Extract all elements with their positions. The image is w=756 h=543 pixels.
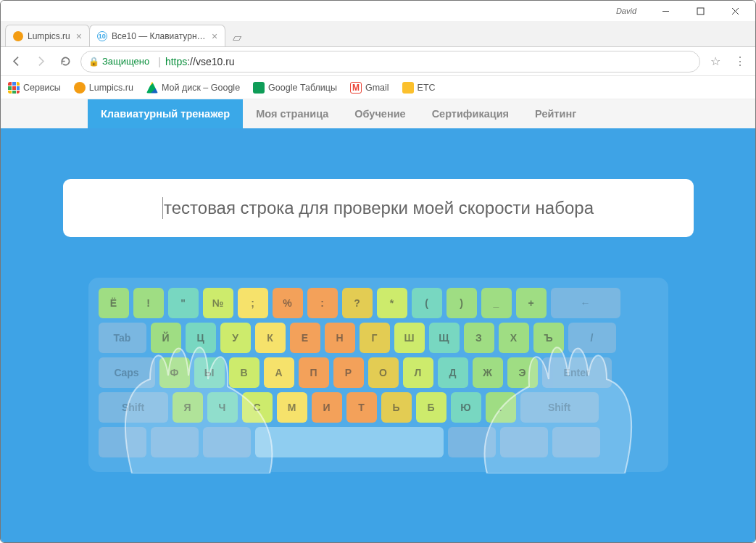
key-И[interactable]: И [312,392,342,423]
back-button[interactable] [7,52,25,71]
typing-input[interactable]: тестовая строка для проверки моей скорос… [63,179,694,237]
key-Д[interactable]: Д [438,357,468,388]
bookmark-item[interactable]: ETC [402,82,436,94]
key-У[interactable]: У [220,323,251,353]
key-Ш[interactable]: Ш [394,323,425,353]
reload-button[interactable] [56,52,75,71]
key-Л[interactable]: Л [403,357,433,388]
key-Г[interactable]: Г [360,323,390,353]
bookmark-item[interactable]: MGmail [350,82,389,94]
key-Shift[interactable]: Shift [520,392,599,423]
key-blank[interactable] [203,427,251,457]
key-Ы[interactable]: Ы [194,357,225,388]
key-М[interactable]: М [277,392,307,423]
key-.[interactable]: . [486,392,516,423]
browser-tab-active[interactable]: 10 Все10 — Клавиатурный × [89,25,225,46]
nav-item-certification[interactable]: Сертификация [419,99,522,128]
key-+[interactable]: + [516,288,547,318]
key-З[interactable]: З [464,323,494,353]
key-Enter[interactable]: Enter [542,357,612,388]
tab-title: Все10 — Клавиатурный [112,31,206,41]
chrome-menu-icon[interactable]: ⋮ [731,54,749,68]
key-К[interactable]: К [255,323,286,353]
new-tab-button[interactable]: ▱ [228,28,246,46]
key-blank[interactable] [151,427,199,457]
key-Т[interactable]: Т [346,392,377,423]
key-Ф[interactable]: Ф [159,357,190,388]
sheets-icon [253,82,265,94]
nav-item-rating[interactable]: Рейтинг [522,99,589,128]
bookmark-item[interactable]: Lumpics.ru [74,82,133,94]
key-Б[interactable]: Б [416,392,446,423]
lock-icon: 🔒 [88,57,99,67]
bookmark-item[interactable]: Мой диск – Google [146,82,240,94]
key-"[interactable]: " [168,288,199,318]
typing-prompt: тестовая строка для проверки моей скорос… [164,198,594,218]
favicon-icon [13,31,23,41]
key-blank[interactable] [552,427,600,457]
drive-icon [146,82,158,94]
favicon-icon: 10 [97,31,107,41]
apps-bookmark[interactable]: Сервисы [8,82,61,94]
text-cursor [162,197,163,219]
key-Р[interactable]: Р [333,357,364,388]
key-№[interactable]: № [203,288,233,318]
key-%[interactable]: % [273,288,303,318]
key-*[interactable]: * [377,288,407,318]
key-Shift[interactable]: Shift [99,392,168,423]
key-blank[interactable] [255,427,444,457]
key-В[interactable]: В [229,357,259,388]
key-Щ[interactable]: Щ [429,323,460,353]
browser-tab[interactable]: Lumpics.ru × [5,25,90,46]
tab-close-icon[interactable]: × [212,30,217,42]
omnibox[interactable]: 🔒 Защищено | https://vse10.ru [80,51,700,72]
key-Tab[interactable]: Tab [99,323,146,353]
key-Ц[interactable]: Ц [186,323,216,353]
nav-item-trainer[interactable]: Клавиатурный тренажер [88,99,243,128]
key-Ж[interactable]: Ж [473,357,503,388]
key-Ё[interactable]: Ё [99,288,129,318]
key-Caps[interactable]: Caps [99,357,155,388]
key-А[interactable]: А [264,357,294,388]
bookmark-star-icon[interactable]: ☆ [706,54,725,68]
key-Й[interactable]: Й [151,323,181,353]
trainer-stage: тестовая строка для проверки моей скорос… [1,128,755,542]
key-Э[interactable]: Э [507,357,538,388]
key-П[interactable]: П [299,357,329,388]
key-blank[interactable] [99,427,146,457]
key-_[interactable]: _ [481,288,512,318]
tab-close-icon[interactable]: × [76,30,82,42]
key-←[interactable]: ← [551,288,620,318]
key-Н[interactable]: Н [325,323,355,353]
key-Ь[interactable]: Ь [381,392,412,423]
key-blank[interactable] [448,427,496,457]
profile-name[interactable]: David [616,7,636,15]
nav-item-learning[interactable]: Обучение [341,99,418,128]
key-blank[interactable] [500,427,548,457]
bookmark-item[interactable]: Google Таблицы [253,82,337,94]
key-Х[interactable]: Х [499,323,529,353]
url-host: ://vse10.ru [187,56,234,67]
key-Ъ[interactable]: Ъ [533,323,564,353]
chrome-window: David Lumpics.ru × 10 Все10 — Клавиатурн… [0,0,756,543]
key-Е[interactable]: Е [290,323,320,353]
key-С[interactable]: С [242,392,273,423]
forward-button[interactable] [31,52,50,71]
key-![interactable]: ! [133,288,164,318]
key-Я[interactable]: Я [173,392,203,423]
key-О[interactable]: О [368,357,399,388]
key-/[interactable]: / [568,323,616,353]
key-:[interactable]: : [307,288,338,318]
maximize-button[interactable] [684,1,716,20]
key-([interactable]: ( [412,288,442,318]
site-nav: Клавиатурный тренажер Моя страница Обуче… [1,99,755,128]
nav-item-mypage[interactable]: Моя страница [243,99,341,128]
key-?[interactable]: ? [342,288,373,318]
window-titlebar: David [1,1,755,21]
close-button[interactable] [719,1,751,20]
key-;[interactable]: ; [238,288,268,318]
key-Ю[interactable]: Ю [451,392,481,423]
key-Ч[interactable]: Ч [207,392,238,423]
minimize-button[interactable] [649,1,681,20]
key-)[interactable]: ) [446,288,477,318]
